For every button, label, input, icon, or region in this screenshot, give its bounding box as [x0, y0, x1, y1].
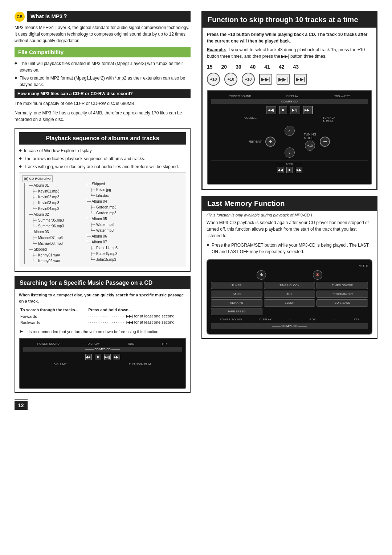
right-device-buttons: ◀◀| ■ ▶/|| ▶▶|	[211, 106, 368, 114]
next-btn-1[interactable]: ▶▶|	[259, 74, 272, 85]
btn-next[interactable]: ▶▶|	[114, 354, 120, 360]
plus10-btn-3[interactable]: +10	[242, 73, 255, 86]
rep-ab-btn[interactable]: REP A→B	[211, 299, 262, 307]
playback-section: Playback sequence of albums and tracks I…	[15, 128, 191, 272]
tape-rew[interactable]: ◀◀	[277, 167, 283, 173]
what-is-mp3-header: What is MP3？	[27, 11, 191, 22]
skip-section: Function to skip through 10 tracks at a …	[201, 11, 377, 190]
eq-bass-btn[interactable]: EQ/S.BASS	[317, 299, 368, 307]
aux-btn[interactable]: AUX	[264, 291, 315, 298]
up-btn[interactable]: ∧	[285, 126, 295, 136]
skip-header: Function to skip through 10 tracks at a …	[203, 12, 376, 28]
device-top-labels: POWER SOUND DISPLAY RDS PTY	[23, 342, 182, 345]
device-image-bottom: POWER SOUND DISPLAY RDS PTY ——— CD/MP3-C…	[19, 338, 186, 389]
timer-onoff-btn[interactable]: TIMER ON/OFF	[317, 282, 368, 289]
sleep-btn[interactable]: SLEEP	[264, 299, 315, 307]
timer-clock-btn[interactable]: TIMER/CLOCK	[264, 282, 315, 289]
answer2: Normally, one MP3 file has a capacity of…	[15, 110, 191, 123]
file-bullet-1: The unit will playback files created in …	[15, 60, 191, 73]
skip-bold: Press the +10 button briefly while playi…	[207, 31, 372, 44]
answer1: The maximum capacity of one CD-R or CD-R…	[15, 100, 191, 107]
mute-btn[interactable]: 🔇	[313, 270, 322, 280]
minus-btn[interactable]: −	[320, 137, 330, 147]
down-btn[interactable]: ∨	[285, 147, 295, 158]
vol-tune-labels: VOLUME TUNING/ALBUM	[23, 362, 182, 366]
right-btn-play[interactable]: ▶/||	[290, 106, 300, 114]
band-btn[interactable]: BAND	[211, 291, 262, 298]
remote-grid: TUNER TIMER/CLOCK TIMER ON/OFF BAND AUX …	[211, 282, 368, 315]
playback-bullet-1: In case of Window Explorer display.	[19, 147, 186, 154]
search-note: ➤ It is recommended that you turn the vo…	[19, 328, 186, 334]
searching-intro: When listening to a compact disc, you ca…	[19, 292, 186, 304]
tape-ff[interactable]: ▶▶	[296, 167, 302, 173]
right-btn-prev[interactable]: ◀◀|	[266, 106, 276, 114]
last-memory-body: When MP3-CD playback is selected again a…	[207, 219, 372, 239]
btn-play[interactable]: ▶/||	[104, 354, 111, 360]
file-compat-header: File Compatibility	[15, 47, 191, 57]
tuning-mode-label: TUNINGMODE	[304, 133, 317, 140]
remote-image: MUTE ⏻ 🔇 TUNER TIMER/CLOCK TIMER ON/OFF …	[207, 259, 372, 335]
tape-buttons: ◀◀ ■ ▶▶	[211, 167, 368, 173]
next-btn-2[interactable]: ▶▶|	[277, 74, 290, 85]
gb-badge: GB	[15, 12, 25, 22]
cd-label-bar: ——— CD/MP3-CD ———	[23, 347, 182, 352]
tape-label: ——— TAPE ———	[211, 161, 368, 165]
plus-btn[interactable]: +	[265, 137, 275, 147]
mute-label: MUTE	[211, 264, 368, 269]
question-box: How many MP3 files can a CD-R or CD-RW d…	[15, 89, 191, 98]
program-set-btn[interactable]: PROGRAM/SET	[317, 291, 368, 298]
repeat-label: REPEAT	[249, 140, 262, 143]
last-memory-subtitle: (This function is only available during …	[202, 212, 377, 219]
last-memory-section: Last Memory Function (This function is o…	[201, 196, 377, 339]
tape-speed-btn[interactable]: TAPE SPEED	[211, 308, 262, 315]
page-number-bar: 12	[15, 399, 28, 408]
playback-bullet-3: Tracks with jpg, wav or doc only are not…	[19, 163, 186, 170]
searching-section: Searching for a Specific Music Passage o…	[15, 276, 191, 393]
right-btn-stop[interactable]: ■	[279, 106, 287, 114]
tuner-btn[interactable]: TUNER	[211, 282, 262, 289]
last-memory-bullet: Press the PROGRAM/SET button while your …	[207, 242, 372, 255]
remote-cd-label: ——— CD/MP3-CD ———	[211, 323, 368, 329]
device-image-right: POWER SOUND DISPLAY RDS — PTY ———— CD/MP…	[207, 90, 372, 185]
right-cd-label: ———— CD/MP3-CD ————	[211, 99, 368, 104]
btn-prev[interactable]: ◀◀|	[85, 354, 92, 360]
search-table: To search through the tracks... Press an…	[19, 307, 186, 325]
next-btn-3[interactable]: ▶▶|	[294, 74, 307, 85]
device-playback-buttons: ◀◀| ■ ▶/|| ▶▶|	[23, 354, 182, 360]
remote-bottom-labels: POWER SOUND DISPLAY — RDS — PTY	[211, 317, 368, 322]
right-vol-tune: VOLUME TUNING/ALBUM	[211, 116, 368, 123]
right-btn-next[interactable]: ▶▶|	[303, 106, 313, 114]
playback-header: Playback sequence of albums and tracks	[19, 132, 186, 145]
tree-diagram: (E) CD-ROM drive └─ Album 01 ├─ Kevin01.…	[19, 172, 186, 267]
mp3-body: MP3 means MPEG1 Layer 3, the global stan…	[15, 24, 191, 44]
skip-button-row: +10 +10 +10 ▶▶| ▶▶| ▶▶|	[207, 73, 372, 86]
tape-stop[interactable]: ■	[286, 167, 293, 173]
plus10-nav-btn[interactable]: +10	[305, 141, 315, 151]
right-device-top-labels: POWER SOUND DISPLAY RDS — PTY	[211, 94, 368, 98]
page-number: 12	[15, 401, 28, 410]
plus10-btn-2[interactable]: +10	[224, 73, 237, 86]
btn-stop[interactable]: ■	[95, 354, 101, 360]
searching-header: Searching for a Specific Music Passage o…	[15, 277, 190, 289]
plus10-btn-1[interactable]: +10	[207, 73, 220, 86]
example-text: Example: If you want to select track 43 …	[207, 46, 372, 60]
playback-bullet-2: The arrows indicates playback sequence o…	[19, 155, 186, 162]
power-btn[interactable]: ⏻	[257, 270, 266, 280]
track-numbers: 15 20 30 40 41 42 43	[207, 64, 372, 70]
last-memory-header: Last Memory Function	[202, 197, 377, 211]
file-bullet-2: Files created in MP2 format (Mpeg1.Layer…	[15, 75, 191, 88]
